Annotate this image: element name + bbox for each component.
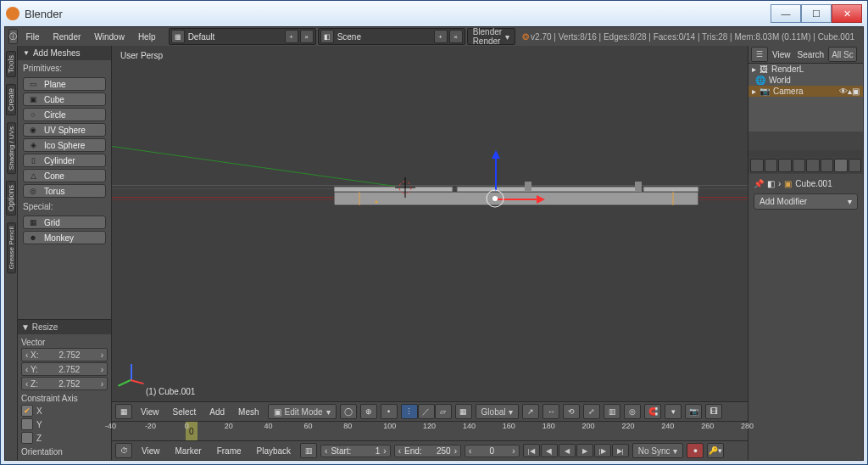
outliner-view-menu[interactable]: View — [770, 46, 793, 63]
menu-help[interactable]: Help — [132, 27, 162, 46]
tab-grease-pencil[interactable]: Grease Pencil — [7, 222, 16, 273]
outliner-search-menu[interactable]: Search — [795, 46, 827, 63]
properties-breadcrumb[interactable]: 📌 ◧› ▣ Cube.001 — [754, 179, 858, 188]
pivot-lock-icon[interactable]: • — [381, 404, 398, 419]
tl-playback-menu[interactable]: Playback — [251, 441, 298, 460]
layers-icon[interactable]: ▥ — [604, 404, 620, 419]
outliner[interactable]: ▸🖼RenderL 🌐World ▸📷Camera👁▴▣ — [748, 64, 863, 132]
autokey-button[interactable]: ● — [687, 443, 704, 458]
keying-set-selector[interactable]: 🔑▾ — [707, 443, 724, 458]
add-meshes-header[interactable]: ▼Add Meshes — [18, 46, 111, 60]
constraint-z-checkbox[interactable] — [21, 432, 33, 444]
manip-scale-icon[interactable]: ⤢ — [583, 404, 600, 419]
add-torus-button[interactable]: ◎Torus — [23, 184, 106, 198]
editor-type-outliner-icon[interactable]: ☰ — [751, 47, 768, 62]
add-cylinder-button[interactable]: ▯Cylinder — [23, 154, 106, 167]
prop-tab-layers[interactable] — [765, 159, 778, 172]
layout-selector[interactable]: ▦ + × — [169, 28, 316, 45]
tab-create[interactable]: Create — [6, 84, 16, 115]
remove-layout-button[interactable]: × — [300, 30, 314, 43]
menu-render[interactable]: Render — [47, 27, 87, 46]
render-engine-selector[interactable]: Blender Render ▾ — [467, 28, 515, 45]
snap-target-icon[interactable]: ▾ — [665, 404, 682, 419]
tl-toggle-icon[interactable]: ▥ — [300, 443, 317, 458]
pivot-selector[interactable]: ⊕ — [360, 404, 377, 419]
editor-type-timeline-icon[interactable]: ⏱ — [115, 443, 132, 458]
vertex-select-icon[interactable]: ⋮ — [401, 404, 418, 419]
tl-marker-menu[interactable]: Marker — [170, 441, 208, 460]
add-modifier-button[interactable]: Add Modifier ▾ — [754, 193, 858, 210]
add-monkey-button[interactable]: ☻Monkey — [23, 231, 106, 244]
scene-name[interactable] — [336, 31, 432, 42]
add-circle-button[interactable]: ○Circle — [23, 108, 106, 121]
3d-viewport[interactable]: User Persp — [112, 46, 748, 401]
resize-z-input[interactable]: ‹ Z:2.752› — [21, 377, 108, 390]
minimize-button[interactable]: — — [771, 4, 801, 23]
remove-scene-button[interactable]: × — [449, 30, 463, 43]
edge-select-icon[interactable]: ／ — [418, 404, 435, 419]
manipulator-z-axis[interactable] — [492, 150, 500, 191]
prop-tab-scene[interactable] — [778, 159, 792, 172]
prop-tab-object[interactable] — [806, 159, 820, 172]
outliner-item[interactable]: ▸🖼RenderL — [748, 64, 863, 75]
tl-view-menu[interactable]: View — [136, 441, 166, 460]
add-uvsphere-button[interactable]: ◉UV Sphere — [23, 123, 106, 137]
jump-end-button[interactable]: ▶| — [612, 444, 629, 457]
scene-selector[interactable]: ◧ + × — [318, 28, 465, 45]
add-scene-button[interactable]: + — [434, 30, 448, 43]
tab-tools[interactable]: Tools — [6, 51, 16, 77]
layout-name[interactable] — [186, 31, 283, 42]
play-reverse-button[interactable]: ◀ — [559, 444, 576, 457]
add-icosphere-button[interactable]: ◈Ico Sphere — [23, 138, 106, 152]
end-frame-input[interactable]: ‹End:250› — [394, 445, 461, 457]
outliner-scrollbar[interactable] — [748, 132, 863, 150]
mode-selector[interactable]: ▣Edit Mode▾ — [268, 404, 337, 419]
resize-x-input[interactable]: ‹ X:2.752› — [21, 348, 108, 361]
add-cube-button[interactable]: ▣Cube — [23, 92, 106, 106]
add-layout-button[interactable]: + — [285, 30, 298, 43]
select-menu[interactable]: Select — [168, 402, 202, 421]
constraint-x-checkbox[interactable]: ✔ — [21, 405, 33, 417]
keyframe-prev-button[interactable]: ◀| — [541, 444, 558, 457]
editor-type-icon[interactable]: ⓘ — [8, 29, 18, 44]
add-cone-button[interactable]: △Cone — [23, 169, 106, 182]
outliner-item[interactable]: 🌐World — [748, 75, 863, 86]
limit-selection-icon[interactable]: ▦ — [455, 404, 472, 419]
current-frame-input[interactable]: ‹0› — [465, 445, 520, 457]
view-menu[interactable]: View — [136, 402, 164, 421]
sync-mode-selector[interactable]: No Sync▾ — [632, 443, 684, 458]
editor-type-3dview-icon[interactable]: ▦ — [115, 404, 132, 419]
manipulator-origin[interactable] — [485, 188, 505, 209]
mesh-menu[interactable]: Mesh — [233, 402, 264, 421]
play-button[interactable]: ▶ — [576, 444, 593, 457]
prop-edit-icon[interactable]: ◎ — [624, 404, 641, 419]
jump-start-button[interactable]: |◀ — [523, 444, 540, 457]
prop-tab-modifiers[interactable] — [834, 159, 848, 172]
tl-frame-menu[interactable]: Frame — [211, 441, 248, 460]
menu-file[interactable]: File — [19, 27, 45, 46]
render-anim-icon[interactable]: 🎞 — [705, 404, 722, 419]
maximize-button[interactable]: ☐ — [801, 4, 832, 23]
add-plane-button[interactable]: ▭Plane — [23, 77, 106, 91]
timeline-ruler[interactable]: 0 -40-2002040608010012014016018020022024… — [112, 421, 748, 440]
resize-header[interactable]: ▼ Resize — [18, 320, 111, 334]
keyframe-next-button[interactable]: |▶ — [594, 444, 611, 457]
start-frame-input[interactable]: ‹Start:1› — [320, 445, 391, 457]
snap-icon[interactable]: 🧲 — [644, 404, 661, 419]
shading-selector[interactable]: ◯ — [340, 404, 357, 419]
outliner-display-mode[interactable]: All Sc — [828, 47, 857, 62]
pin-icon[interactable]: 📌 — [754, 179, 764, 188]
manipulator-toggle[interactable]: ↗ — [522, 404, 539, 419]
manip-translate-icon[interactable]: ↔ — [542, 404, 559, 419]
orientation-selector[interactable]: Global▾ — [476, 404, 520, 419]
tab-options[interactable]: Options — [6, 181, 16, 216]
prop-tab-render[interactable] — [750, 159, 764, 172]
manip-rotate-icon[interactable]: ⟲ — [563, 404, 580, 419]
resize-y-input[interactable]: ‹ Y:2.752› — [21, 362, 108, 376]
render-preview-icon[interactable]: 📷 — [685, 404, 702, 419]
prop-tab-data[interactable] — [849, 159, 862, 172]
add-grid-button[interactable]: ▦Grid — [23, 216, 106, 229]
area-splitter[interactable] — [748, 150, 863, 157]
constraint-y-checkbox[interactable] — [21, 418, 33, 430]
prop-tab-constraints[interactable] — [821, 159, 834, 172]
